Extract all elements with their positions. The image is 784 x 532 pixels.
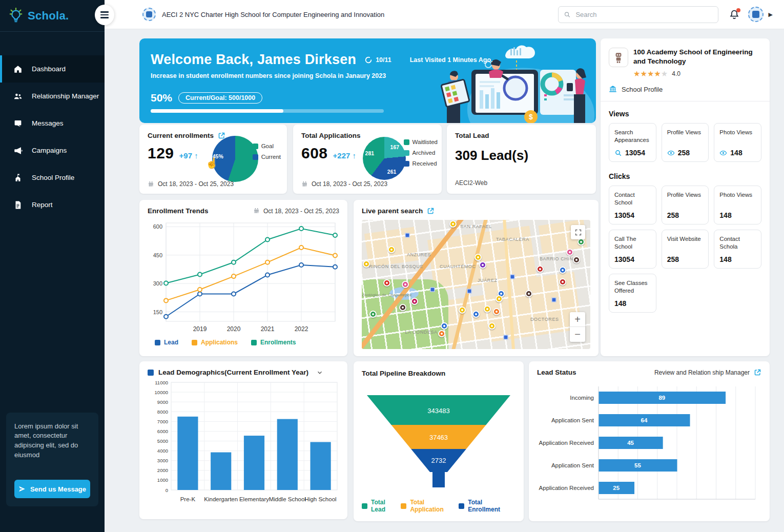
sidebar-item-label: Relationship Manager	[32, 92, 99, 100]
svg-text:2000: 2000	[157, 467, 168, 473]
svg-text:300: 300	[153, 280, 162, 287]
sidebar-item-campaigns[interactable]: Campaigns	[0, 137, 105, 164]
map-zoom-control: + −	[570, 312, 585, 342]
sidebar-item-dashboard[interactable]: Dashboard	[0, 55, 105, 83]
map-parent-marker[interactable]	[537, 265, 544, 273]
map-parent-marker[interactable]	[559, 267, 566, 274]
svg-text:11000: 11000	[155, 380, 168, 385]
map-fullscreen-button[interactable]	[571, 225, 585, 239]
sidebar-item-school-profile[interactable]: School Profile	[0, 164, 105, 191]
external-link-icon[interactable]	[427, 207, 435, 215]
eye-icon	[719, 149, 727, 157]
map-parent-marker[interactable]	[449, 220, 457, 228]
star-icon: ★	[654, 69, 661, 78]
trends-legend: LeadApplicationsEnrollments	[148, 339, 339, 346]
legend-item: Waitlisted	[404, 139, 438, 145]
svg-text:25: 25	[613, 485, 620, 491]
map-parent-marker[interactable]	[573, 256, 580, 263]
map-parent-marker[interactable]	[566, 249, 573, 256]
map-parent-marker[interactable]	[369, 311, 377, 318]
zoom-in-button[interactable]: +	[570, 312, 585, 327]
topbar: AECI 2 NYC Charter High School for Compu…	[105, 0, 784, 29]
map-area-label: RINCÓN DEL BOSQUE	[369, 264, 423, 269]
enrollments-pie-chart: 45%	[212, 136, 258, 182]
map-parent-marker[interactable]	[479, 261, 486, 269]
map-parent-marker[interactable]	[474, 254, 482, 261]
calendar-icon	[148, 181, 154, 188]
relationship-manager-link[interactable]: Review and Relation ship Manager	[654, 369, 750, 376]
tile-value: 148	[719, 255, 731, 263]
card-title: Total Applications	[301, 132, 361, 139]
refresh-icon[interactable]	[364, 56, 373, 64]
enrollments-value: 129	[148, 145, 174, 162]
school-profile-link[interactable]: School Profile	[609, 85, 761, 93]
school-building-icon	[609, 85, 617, 93]
enrollments-legend: GoalCurrent	[253, 143, 281, 160]
svg-text:2022: 2022	[295, 325, 308, 333]
sidebar-item-label: Report	[32, 201, 53, 209]
tile-value: 258	[667, 255, 679, 263]
svg-text:55: 55	[634, 462, 641, 468]
total-lead-value: 309 Lead(s)	[455, 148, 588, 163]
notifications-bell-icon[interactable]	[729, 9, 740, 20]
svg-text:37463: 37463	[429, 434, 448, 441]
sidebar: Schola. DashboardRelationship ManagerMes…	[0, 0, 105, 532]
map[interactable]: SAN RAFAELTABACALERAANZURESRINCÓN DEL BO…	[362, 220, 590, 349]
school-logo	[609, 48, 628, 67]
map-parent-marker[interactable]	[488, 322, 496, 330]
caret-right-icon[interactable]: ▶	[769, 11, 773, 18]
legend-item: Total Application	[401, 499, 459, 513]
tile-value: 13054	[614, 255, 634, 263]
map-parent-marker[interactable]	[383, 279, 390, 287]
map-parent-marker[interactable]	[399, 304, 406, 311]
sync-count: 10/11	[376, 56, 391, 64]
map-parent-marker[interactable]	[559, 278, 566, 285]
map-parent-marker[interactable]	[472, 311, 480, 318]
lead-source: AECI2-Web	[455, 179, 487, 187]
user-avatar[interactable]	[748, 7, 764, 22]
send-message-button[interactable]: Send us Message	[14, 480, 90, 498]
legend-square	[148, 370, 154, 376]
enrollment-trends-card: Enrollment Trends Oct 18, 2023 - Oct 25,…	[139, 200, 347, 356]
svg-text:1000: 1000	[157, 477, 168, 483]
svg-text:45: 45	[627, 440, 634, 446]
chevron-down-icon[interactable]	[316, 369, 323, 376]
search-icon	[564, 11, 571, 18]
active-school-chip[interactable]: AECI 2 NYC Charter High School for Compu…	[142, 8, 384, 21]
sidebar-item-relationship-manager[interactable]: Relationship Manager	[0, 83, 105, 110]
tile-label: Photo Views	[719, 191, 756, 199]
map-parent-marker[interactable]	[484, 305, 491, 313]
map-parent-marker[interactable]	[411, 298, 418, 305]
menu-toggle-button[interactable]	[95, 5, 114, 25]
external-link-icon[interactable]	[754, 369, 761, 376]
map-parent-marker[interactable]	[493, 308, 500, 315]
report-icon	[13, 200, 23, 210]
rating-value: 4.0	[672, 70, 680, 77]
map-transit-icon	[503, 335, 508, 340]
map-parent-marker[interactable]	[441, 322, 448, 330]
sidebar-item-report[interactable]: Report	[0, 191, 105, 218]
svg-text:10000: 10000	[155, 390, 168, 395]
star-icon: ★	[661, 69, 668, 78]
megaphone-icon	[13, 146, 23, 155]
map-parent-marker[interactable]	[459, 306, 466, 314]
pie-slice-label: 281	[365, 150, 375, 156]
svg-text:2019: 2019	[193, 325, 207, 333]
map-parent-marker[interactable]	[388, 246, 395, 253]
brand-logo: Schola.	[0, 0, 105, 32]
tile-label: See Classes Offered	[614, 279, 651, 295]
map-parent-marker[interactable]	[438, 330, 445, 337]
legend-item: Total Enrollment	[459, 499, 515, 513]
map-parent-marker[interactable]	[402, 281, 409, 288]
map-parent-marker[interactable]	[363, 260, 370, 268]
sidebar-item-messages[interactable]: Messages	[0, 110, 105, 137]
svg-text:3000: 3000	[157, 458, 168, 463]
search-input[interactable]	[574, 10, 712, 19]
date-range: Oct 18, 2023 - Oct 25, 2023	[253, 208, 339, 215]
tile-label: Call The School	[614, 235, 651, 251]
zoom-out-button[interactable]: −	[570, 327, 585, 342]
map-parent-marker[interactable]	[496, 295, 503, 302]
eye-icon	[667, 149, 675, 157]
map-parent-marker[interactable]	[525, 290, 532, 297]
welcome-banner: $ Welcome Back, James Dirksen	[139, 38, 596, 123]
